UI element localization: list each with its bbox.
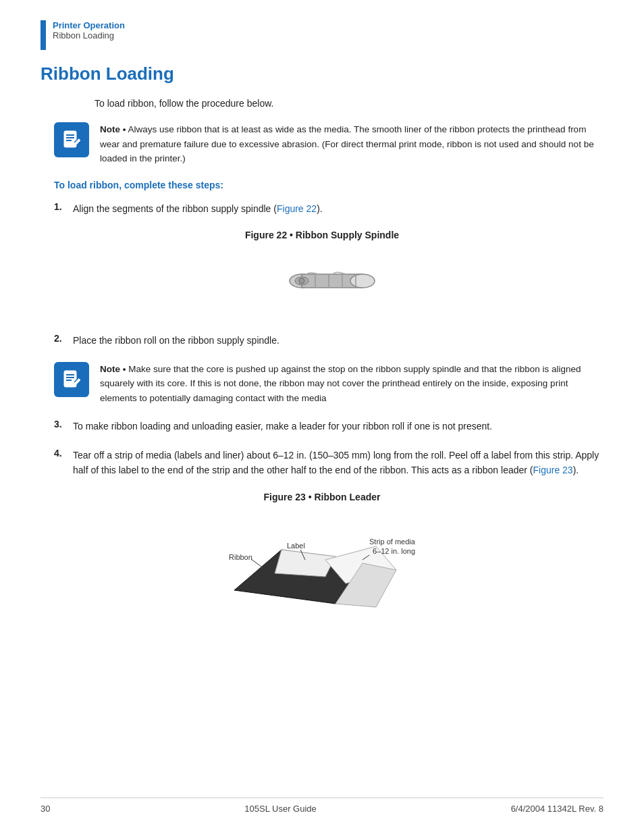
- note-icon-1: [54, 122, 89, 157]
- breadcrumb-subsection: Ribbon Loading: [53, 30, 125, 41]
- step-2-text: Place the ribbon roll on the ribbon supp…: [73, 333, 603, 348]
- label-label-text: Label: [287, 542, 305, 550]
- page-title: Ribbon Loading: [41, 63, 603, 84]
- note-2-label: Note •: [100, 364, 126, 374]
- note-2-text: Note • Make sure that the core is pushed…: [100, 362, 603, 406]
- intro-text: To load ribbon, follow the procedure bel…: [95, 98, 603, 109]
- figure-23-caption: Figure 23 • Ribbon Leader: [41, 492, 603, 502]
- svg-point-14: [299, 278, 304, 284]
- note-box-1: Note • Always use ribbon that is at leas…: [54, 122, 603, 166]
- step-4-number: 4.: [54, 448, 70, 459]
- footer: 30 105SL User Guide 6/4/2004 11342L Rev.…: [41, 798, 603, 814]
- svg-point-8: [350, 274, 375, 288]
- note-1-label: Note •: [100, 124, 126, 134]
- note-pencil-icon: [61, 129, 82, 151]
- steps-header: To load ribbon, complete these steps:: [54, 180, 603, 190]
- note-pencil-icon-2: [61, 369, 82, 390]
- step-1-number: 1.: [54, 201, 70, 212]
- svg-line-25: [251, 559, 261, 567]
- step-3-number: 3.: [54, 419, 70, 429]
- step-3: 3. To make ribbon loading and unloading …: [54, 419, 603, 434]
- figure-22-container: Figure 22 • Ribbon Supply Spindle: [41, 230, 603, 317]
- step-2-number: 2.: [54, 333, 70, 344]
- step-3-text: To make ribbon loading and unloading eas…: [73, 419, 603, 434]
- footer-page: 30: [41, 804, 50, 814]
- step-4: 4. Tear off a strip of media (labels and…: [54, 448, 603, 478]
- figure-22-caption: Figure 22 • Ribbon Supply Spindle: [41, 230, 603, 240]
- footer-doc: 105SL User Guide: [244, 804, 316, 814]
- footer-date-rev: 6/4/2004 11342L Rev. 8: [511, 804, 603, 814]
- note-icon-2: [54, 362, 89, 397]
- figure-22-svg: [254, 247, 390, 315]
- page: Printer Operation Ribbon Loading Ribbon …: [0, 0, 644, 834]
- step-2: 2. Place the ribbon roll on the ribbon s…: [54, 333, 603, 348]
- figure-23-svg: Ribbon Label Strip of media 6–12 in. lon…: [214, 509, 430, 617]
- breadcrumb-bar: [41, 20, 46, 50]
- breadcrumb-text: Printer Operation Ribbon Loading: [53, 20, 125, 41]
- breadcrumb-section: Printer Operation: [53, 20, 125, 30]
- figure-23-container: Figure 23 • Ribbon Leader Ribbon Label S…: [41, 492, 603, 619]
- note-box-2: Note • Make sure that the core is pushed…: [54, 362, 603, 406]
- step-1-text: Align the segments of the ribbon supply …: [73, 201, 603, 216]
- figure-23-link[interactable]: Figure 23: [533, 465, 573, 475]
- svg-rect-0: [64, 131, 76, 147]
- svg-rect-15: [64, 371, 76, 387]
- strip-label-text: Strip of media: [369, 538, 416, 546]
- ribbon-label-text: Ribbon: [229, 553, 252, 561]
- svg-marker-22: [275, 550, 336, 577]
- note-1-text: Note • Always use ribbon that is at leas…: [100, 122, 603, 166]
- step-4-text: Tear off a strip of media (labels and li…: [73, 448, 603, 478]
- step-1: 1. Align the segments of the ribbon supp…: [54, 201, 603, 216]
- breadcrumb: Printer Operation Ribbon Loading: [41, 20, 603, 50]
- strip-size-text: 6–12 in. long: [373, 547, 415, 555]
- figure-22-link[interactable]: Figure 22: [277, 203, 317, 214]
